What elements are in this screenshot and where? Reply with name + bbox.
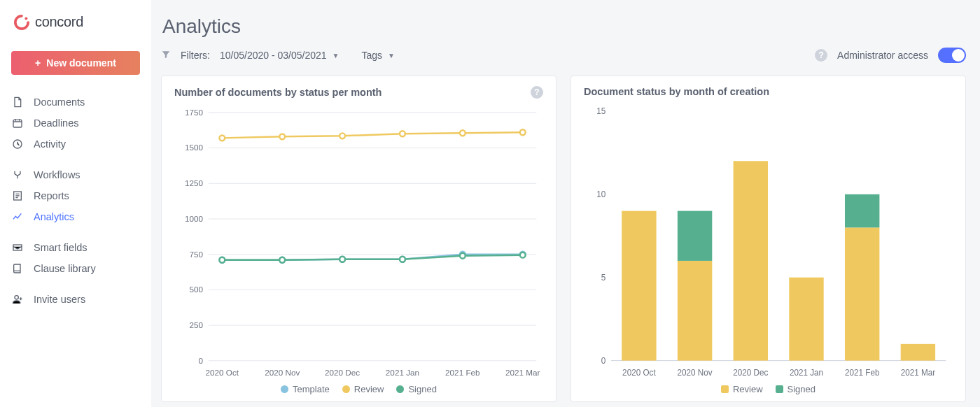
- tags-label: Tags: [361, 50, 382, 61]
- analytics-icon: [11, 211, 24, 222]
- sidebar-item-label: Deadlines: [34, 117, 79, 129]
- svg-text:2021 Jan: 2021 Jan: [386, 368, 419, 377]
- svg-point-37: [400, 131, 405, 136]
- svg-text:2021 Mar: 2021 Mar: [901, 368, 936, 378]
- svg-point-34: [219, 135, 225, 141]
- svg-text:2020 Nov: 2020 Nov: [678, 368, 713, 378]
- svg-text:2020 Oct: 2020 Oct: [622, 368, 656, 378]
- svg-text:2021 Feb: 2021 Feb: [445, 368, 480, 377]
- date-range-filter[interactable]: 10/05/2020 - 03/05/2021 ▼: [220, 50, 339, 61]
- svg-text:2020 Dec: 2020 Dec: [733, 368, 768, 378]
- svg-text:5: 5: [601, 273, 606, 283]
- tags-filter[interactable]: Tags ▼: [361, 50, 394, 61]
- svg-text:2021 Jan: 2021 Jan: [790, 368, 823, 378]
- sidebar-item-label: Activity: [34, 138, 66, 150]
- svg-text:1750: 1750: [185, 108, 203, 117]
- new-document-button[interactable]: + New document: [11, 51, 140, 75]
- svg-rect-1: [13, 120, 22, 127]
- svg-rect-60: [845, 227, 879, 360]
- line-chart-legend: Template Review Signed: [174, 384, 543, 394]
- svg-text:1000: 1000: [185, 214, 203, 223]
- chevron-down-icon: ▼: [388, 52, 395, 59]
- help-icon[interactable]: ?: [531, 86, 543, 99]
- sidebar-item-label: Analytics: [34, 211, 74, 222]
- legend-dot-template: [281, 385, 288, 393]
- sidebar-item-deadlines[interactable]: Deadlines: [11, 113, 140, 134]
- date-range-value: 10/05/2020 - 03/05/2021: [220, 50, 327, 61]
- bar-chart-legend: Review Signed: [584, 384, 953, 394]
- new-document-label: New document: [46, 57, 116, 69]
- svg-rect-56: [734, 161, 768, 360]
- svg-rect-54: [678, 211, 712, 261]
- svg-text:750: 750: [189, 250, 203, 259]
- svg-text:0: 0: [601, 356, 606, 366]
- clause-library-icon: [11, 263, 24, 274]
- concord-logo-icon: [14, 15, 29, 30]
- legend-dot-review: [342, 385, 350, 393]
- svg-text:500: 500: [189, 285, 203, 294]
- svg-rect-63: [901, 344, 935, 361]
- legend-sq-review: [721, 385, 729, 393]
- svg-text:250: 250: [189, 320, 203, 329]
- line-chart: 025050075010001250150017502020 Oct2020 N…: [174, 106, 543, 381]
- sidebar-item-smart-fields[interactable]: Smart fields: [11, 237, 140, 258]
- legend-sq-signed: [776, 385, 783, 393]
- reports-icon: [11, 190, 24, 201]
- sidebar-item-analytics[interactable]: Analytics: [11, 206, 140, 227]
- sidebar-item-workflows[interactable]: Workflows: [11, 164, 140, 185]
- chart-cards: Number of documents by status per month …: [161, 76, 966, 402]
- sidebar-item-invite-users[interactable]: Invite users: [11, 289, 140, 310]
- activity-icon: [11, 138, 24, 150]
- sidebar-item-label: Reports: [34, 190, 69, 201]
- bar-chart: 0510152020 Oct2020 Nov2020 Dec2021 Jan20…: [584, 104, 953, 381]
- documents-icon: [11, 97, 24, 108]
- sidebar: concord + New document DocumentsDeadline…: [0, 0, 151, 407]
- main-content: Analytics Filters: 10/05/2020 - 03/05/20…: [151, 0, 980, 407]
- legend-dot-signed: [396, 385, 404, 393]
- help-icon[interactable]: ?: [815, 49, 827, 62]
- sidebar-item-activity[interactable]: Activity: [11, 134, 140, 155]
- filters-label: Filters:: [181, 50, 210, 61]
- svg-point-36: [340, 133, 345, 138]
- svg-rect-58: [789, 278, 823, 361]
- brand-logo: concord: [0, 14, 151, 43]
- svg-text:0: 0: [198, 356, 203, 365]
- admin-access-label: Administrator access: [837, 50, 928, 61]
- svg-text:2021 Mar: 2021 Mar: [505, 368, 540, 377]
- filter-bar: Filters: 10/05/2020 - 03/05/2021 ▼ Tags …: [161, 48, 966, 63]
- sidebar-item-label: Clause library: [34, 263, 96, 274]
- sidebar-item-clause-library[interactable]: Clause library: [11, 258, 140, 279]
- svg-rect-61: [845, 194, 879, 228]
- svg-text:1500: 1500: [185, 143, 203, 152]
- svg-rect-53: [678, 261, 712, 361]
- svg-text:2020 Oct: 2020 Oct: [206, 368, 239, 377]
- sidebar-item-documents[interactable]: Documents: [11, 92, 140, 113]
- svg-point-39: [520, 129, 526, 135]
- svg-point-44: [460, 253, 465, 259]
- filter-icon: [161, 50, 171, 62]
- svg-point-0: [24, 17, 27, 20]
- svg-point-42: [340, 257, 345, 262]
- chevron-down-icon: ▼: [332, 52, 340, 59]
- plus-icon: +: [35, 57, 41, 69]
- bar-chart-card: Document status by month of creation 051…: [570, 76, 966, 402]
- svg-point-43: [400, 257, 405, 262]
- deadlines-icon: [11, 117, 24, 129]
- svg-text:1250: 1250: [185, 178, 203, 187]
- svg-point-35: [279, 134, 285, 139]
- brand-name: concord: [35, 14, 83, 30]
- sidebar-nav: DocumentsDeadlinesActivityWorkflowsRepor…: [0, 92, 151, 310]
- sidebar-item-reports[interactable]: Reports: [11, 185, 140, 206]
- bar-chart-title: Document status by month of creation: [584, 86, 769, 97]
- line-chart-title: Number of documents by status per month: [174, 87, 382, 98]
- smart-fields-icon: [11, 242, 24, 253]
- admin-access-toggle[interactable]: [938, 48, 966, 63]
- svg-text:10: 10: [596, 190, 606, 199]
- svg-text:2021 Feb: 2021 Feb: [845, 368, 880, 378]
- sidebar-item-label: Documents: [34, 97, 85, 108]
- svg-text:2020 Nov: 2020 Nov: [265, 368, 300, 377]
- svg-point-38: [460, 130, 465, 136]
- sidebar-item-label: Smart fields: [34, 242, 88, 253]
- svg-point-5: [15, 296, 18, 299]
- invite-users-icon: [11, 294, 24, 305]
